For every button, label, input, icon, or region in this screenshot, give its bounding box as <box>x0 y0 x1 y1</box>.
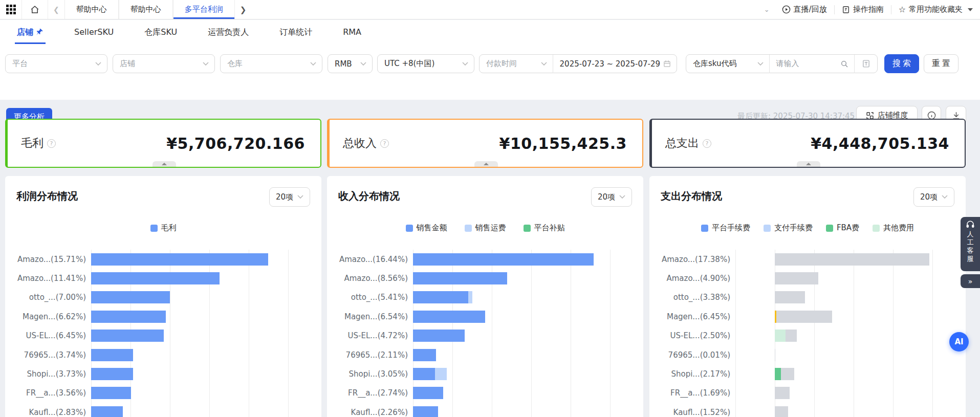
timezone-select[interactable]: UTC +8(中国) <box>377 54 474 73</box>
chevron-down-icon <box>310 62 316 66</box>
bar[interactable] <box>91 291 170 303</box>
item-count-select[interactable]: 20项 <box>269 187 310 207</box>
help-circle-icon[interactable]: ? <box>703 139 711 148</box>
date-range-input[interactable]: 2025-07-23 ~ 2025-07-29 <box>553 59 660 69</box>
subtab-label: 订单统计 <box>279 20 312 44</box>
headset-icon <box>966 220 975 229</box>
bar-row: Shopi...(2.17%) <box>649 364 966 383</box>
bar[interactable] <box>775 349 775 361</box>
bar[interactable] <box>775 406 788 417</box>
bar[interactable] <box>413 349 436 361</box>
legend-item[interactable]: 支付手续费 <box>764 223 813 233</box>
card-collapse-handle[interactable] <box>153 161 176 167</box>
warehouse-select[interactable]: 仓库 <box>220 54 322 73</box>
batch-input-button[interactable] <box>855 59 877 68</box>
subtab-order-stats[interactable]: 订单统计 <box>279 20 312 44</box>
chart-legend: 销售金额销售运费平台补贴 <box>327 223 643 233</box>
bar[interactable] <box>775 311 832 323</box>
bar-category-label: Amazo...(4.90%) <box>649 274 730 283</box>
bar[interactable] <box>91 272 220 284</box>
favorites-button[interactable]: ☆ 常用功能收藏夹 <box>891 4 980 16</box>
tab-multi-platform-profit[interactable]: 多平台利润 <box>173 0 235 19</box>
time-type-select[interactable]: 付款时间 <box>480 59 538 69</box>
bar[interactable] <box>91 349 133 361</box>
apps-grid-icon[interactable] <box>6 5 16 15</box>
pin-icon[interactable] <box>36 28 43 36</box>
tab-help-center-1[interactable]: 帮助中心 <box>64 0 119 19</box>
bar-segment <box>91 349 133 361</box>
operation-guide-button[interactable]: 操作指南 <box>835 4 891 16</box>
bar[interactable] <box>91 406 123 417</box>
star-icon: ☆ <box>899 5 906 14</box>
subtab-label: SellerSKU <box>74 20 114 44</box>
ai-assistant-button[interactable]: AI <box>949 332 969 352</box>
sku-type-select[interactable]: 仓库sku代码 <box>686 59 754 69</box>
card-collapse-handle[interactable] <box>474 161 498 167</box>
bar[interactable] <box>775 253 929 266</box>
module-tab-bar: 店铺 SellerSKU 仓库SKU 运营负责人 订单统计 RMA <box>0 20 980 44</box>
legend-item[interactable]: FBA费 <box>826 223 859 233</box>
currency-value: RMB <box>328 59 357 69</box>
bar[interactable] <box>91 368 133 380</box>
calendar-icon[interactable] <box>663 60 671 68</box>
bar[interactable] <box>91 387 131 399</box>
bar[interactable] <box>91 253 268 266</box>
bar[interactable] <box>413 368 447 380</box>
help-circle-icon[interactable]: ? <box>380 139 389 148</box>
search-icon[interactable] <box>840 60 848 68</box>
tab-scroll-forward-icon[interactable]: ❯ <box>235 0 252 19</box>
legend-item[interactable]: 毛利 <box>150 223 177 233</box>
chevron-down-icon[interactable]: ⌄ <box>759 6 775 13</box>
bar[interactable] <box>413 406 438 417</box>
collapse-sidebar-button[interactable]: » <box>961 274 980 288</box>
reset-button[interactable]: 重置 <box>924 54 959 73</box>
triangle-up-icon <box>484 163 489 165</box>
legend-item[interactable]: 平台手续费 <box>701 223 750 233</box>
reset-button-label: 重置 <box>932 58 952 69</box>
legend-item[interactable]: 销售运费 <box>465 223 506 233</box>
bar[interactable] <box>775 387 790 399</box>
help-circle-icon[interactable]: ? <box>47 139 56 148</box>
bar-segment <box>413 253 594 266</box>
legend-swatch <box>873 225 880 232</box>
legend-item[interactable]: 其他费用 <box>873 223 914 233</box>
subtab-rma[interactable]: RMA <box>343 20 361 44</box>
item-count-select[interactable]: 20项 <box>913 187 954 207</box>
subtab-operation-manager[interactable]: 运营负责人 <box>208 20 249 44</box>
live-replay-button[interactable]: 直播/回放 <box>775 4 834 16</box>
bar[interactable] <box>413 253 594 266</box>
bar[interactable] <box>413 330 465 342</box>
bar[interactable] <box>413 311 485 323</box>
bar[interactable] <box>775 272 818 284</box>
keyword-input[interactable]: 请输入 <box>770 59 838 69</box>
subtab-shop[interactable]: 店铺 <box>17 20 43 44</box>
bar-segment <box>91 311 166 323</box>
subtab-sellersku[interactable]: SellerSKU <box>74 20 114 44</box>
chevron-down-icon <box>360 62 366 66</box>
tab-scroll-back-icon[interactable]: ❮ <box>48 0 64 19</box>
search-button[interactable]: 搜索 <box>884 54 919 73</box>
bar[interactable] <box>413 387 443 399</box>
customer-service-button[interactable]: 人工客服 <box>961 217 980 271</box>
bar-row: Kaufl...(1.52%) <box>649 403 966 417</box>
shop-select[interactable]: 店铺 <box>113 54 215 73</box>
bar[interactable] <box>775 368 794 380</box>
bar[interactable] <box>413 272 507 284</box>
legend-item[interactable]: 平台补贴 <box>524 223 565 233</box>
bar[interactable] <box>91 311 166 323</box>
tab-help-center-2[interactable]: 帮助中心 <box>119 0 173 19</box>
bar[interactable] <box>91 330 164 342</box>
subtab-warehouse-sku[interactable]: 仓库SKU <box>144 20 177 44</box>
platform-select[interactable]: 平台 <box>5 54 107 73</box>
bar-row: Amazo...(4.90%) <box>649 269 966 288</box>
home-tab[interactable] <box>21 0 48 19</box>
currency-select[interactable]: RMB <box>328 54 373 73</box>
bar[interactable] <box>775 330 797 342</box>
item-count-select[interactable]: 20项 <box>591 187 632 207</box>
bar-row: US-EL...(4.72%) <box>327 326 643 345</box>
bar-segment <box>468 291 473 303</box>
card-collapse-handle[interactable] <box>797 161 820 167</box>
legend-item[interactable]: 销售金额 <box>406 223 447 233</box>
bar[interactable] <box>413 291 472 303</box>
bar[interactable] <box>775 291 805 303</box>
